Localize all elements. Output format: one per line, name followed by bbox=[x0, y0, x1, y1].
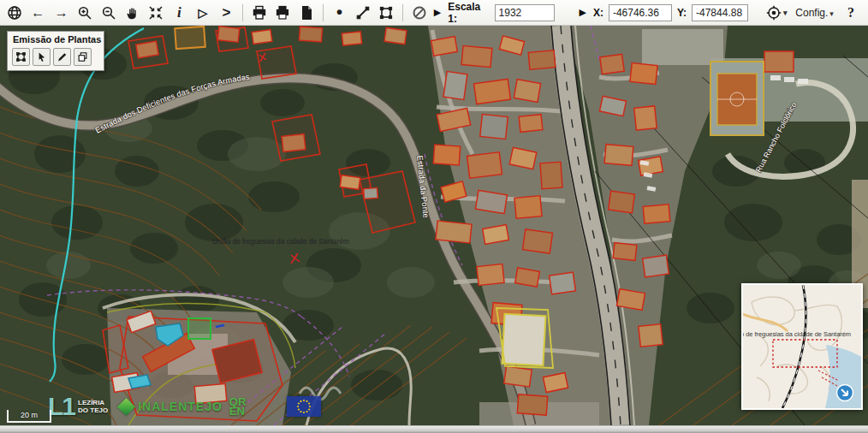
toolbar-right-group: ▶ Escala 1: ▶ X: Y: ▾ Config.▾ ? bbox=[432, 1, 861, 25]
qren-text: EN bbox=[229, 405, 245, 418]
point-tool-icon[interactable]: • bbox=[329, 2, 351, 24]
funding-watermarks: L1 LEZÍRIA DO TEJO INALENTEJO QR EN bbox=[0, 385, 360, 425]
print-icon[interactable] bbox=[248, 2, 271, 24]
toolbar-separator bbox=[242, 4, 243, 21]
inalentejo-logo: INALENTEJO bbox=[120, 400, 223, 413]
map-scalebar: 20 m bbox=[7, 410, 51, 423]
toolbar-separator bbox=[323, 4, 324, 21]
coordinate-capture-icon[interactable]: ▾ bbox=[764, 2, 788, 24]
plants-issue-panel: Emissão de Plantas bbox=[7, 31, 104, 71]
y-coordinate-label: Y: bbox=[677, 7, 687, 19]
select-by-polygon-icon[interactable]: > bbox=[216, 2, 238, 24]
center-extent-icon[interactable] bbox=[145, 2, 167, 24]
y-coordinate-input[interactable] bbox=[692, 4, 748, 21]
boundary-label: União de freguesias da cidade de Santaré… bbox=[212, 238, 349, 246]
l1-logo-mark: L1 bbox=[48, 392, 74, 421]
eu-flag-logo bbox=[287, 396, 321, 417]
map-viewport[interactable]: Estrada dos Deficientes das Forças Armad… bbox=[0, 26, 868, 425]
gis-application: ← → i ▷ > bbox=[0, 0, 868, 433]
globe-icon[interactable] bbox=[3, 2, 26, 24]
disable-tools-icon[interactable] bbox=[408, 2, 431, 24]
print-setup-icon[interactable] bbox=[272, 2, 294, 24]
overview-map[interactable]: o de freguesias da cidade de Santarém bbox=[741, 283, 863, 410]
apply-scale-button[interactable]: ▶ bbox=[432, 7, 443, 18]
polygon-tool-icon[interactable] bbox=[376, 2, 398, 24]
select-by-line-icon[interactable]: ▷ bbox=[192, 2, 214, 24]
caret-down-icon: ▾ bbox=[829, 9, 834, 18]
apply-coords-button[interactable]: ▶ bbox=[577, 7, 587, 18]
window-bottom-strip bbox=[0, 425, 868, 433]
config-menu[interactable]: Config.▾ bbox=[794, 7, 835, 19]
toolbar-separator bbox=[402, 4, 403, 21]
overview-collapse-button[interactable] bbox=[837, 385, 853, 401]
leziria-do-tejo-logo: L1 LEZÍRIA DO TEJO bbox=[48, 392, 108, 421]
l1-logo-text: LEZÍRIA bbox=[78, 399, 104, 406]
qren-logo: QR EN bbox=[229, 397, 247, 416]
inalentejo-diamond-icon bbox=[117, 397, 135, 415]
back-arrow-icon[interactable]: ← bbox=[27, 2, 50, 24]
select-cursor-tool[interactable] bbox=[33, 48, 51, 66]
l1-logo-text: DO TEJO bbox=[78, 406, 108, 414]
forward-arrow-icon[interactable]: → bbox=[51, 2, 73, 24]
panel-title: Emissão de Plantas bbox=[8, 32, 104, 46]
edit-pencil-tool[interactable] bbox=[53, 48, 71, 66]
line-tool-icon[interactable] bbox=[352, 2, 374, 24]
x-coordinate-label: X: bbox=[593, 7, 603, 19]
copy-layers-tool[interactable] bbox=[74, 48, 92, 66]
orange-structure bbox=[175, 27, 205, 49]
inalentejo-text: INALENTEJO bbox=[138, 400, 223, 413]
scalebar-label: 20 m bbox=[21, 411, 38, 419]
document-icon[interactable] bbox=[295, 2, 318, 24]
scale-input[interactable] bbox=[495, 4, 555, 21]
help-icon[interactable]: ? bbox=[841, 2, 861, 24]
pan-hand-icon[interactable] bbox=[122, 2, 144, 24]
sports-court bbox=[710, 62, 764, 135]
draw-rectangle-tool[interactable] bbox=[12, 48, 30, 66]
zoom-out-icon[interactable] bbox=[98, 2, 120, 24]
x-coordinate-input[interactable] bbox=[609, 4, 672, 21]
info-icon[interactable]: i bbox=[169, 2, 191, 24]
overview-label: o de freguesias da cidade de Santarém bbox=[743, 330, 851, 338]
main-toolbar: ← → i ▷ > bbox=[0, 0, 868, 26]
map-canvas[interactable]: Estrada dos Deficientes das Forças Armad… bbox=[0, 26, 868, 425]
scale-label: Escala 1: bbox=[448, 1, 489, 25]
caret-down-icon: ▾ bbox=[783, 9, 788, 17]
zoom-in-icon[interactable] bbox=[74, 2, 97, 24]
